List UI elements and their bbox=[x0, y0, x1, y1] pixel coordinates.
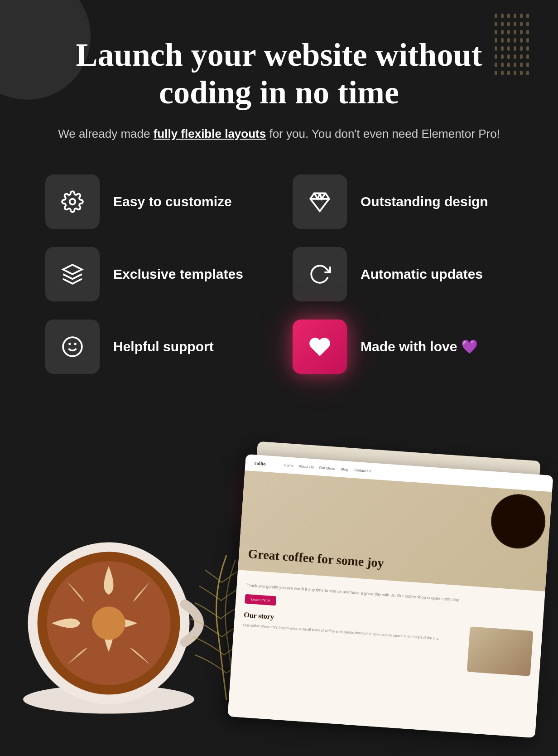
feature-exclusive-templates: Exclusive templates bbox=[45, 247, 265, 301]
mockup-cta-button: Learn more bbox=[245, 594, 276, 606]
coffee-cup-svg bbox=[14, 528, 204, 718]
feature-outstanding-design: Outstanding design bbox=[293, 174, 513, 229]
feature-helpful-support: Helpful support bbox=[45, 320, 265, 374]
svg-point-2 bbox=[63, 337, 82, 356]
mockup-secondary-section: Our story Our coffee shop story began wh… bbox=[241, 611, 533, 676]
feature-label-exclusive-templates: Exclusive templates bbox=[113, 265, 243, 283]
feature-easy-customize: Easy to customize bbox=[45, 174, 265, 229]
feature-icon-box-easy-customize bbox=[45, 174, 100, 229]
page-content: Launch your website without coding in no… bbox=[0, 0, 558, 718]
mockup-logo: collio bbox=[254, 460, 266, 466]
refresh-icon bbox=[308, 263, 331, 286]
mockup-coffee-circle bbox=[489, 492, 547, 550]
hero-subtitle-suffix: for you. You don't even need Elementor P… bbox=[266, 127, 500, 141]
features-grid: Easy to customize Outstanding design bbox=[27, 174, 531, 374]
hero-subtitle-bold: fully flexible layouts bbox=[154, 127, 266, 141]
hero-section: Launch your website without coding in no… bbox=[27, 36, 531, 143]
feature-label-made-with-love: Made with love 💜 bbox=[361, 338, 478, 355]
feature-label-automatic-updates: Automatic updates bbox=[361, 265, 483, 283]
mockup-story-image bbox=[467, 626, 534, 676]
smile-icon bbox=[61, 335, 84, 358]
feature-label-outstanding-design: Outstanding design bbox=[361, 193, 488, 210]
feature-made-with-love: Made with love 💜 bbox=[293, 320, 513, 374]
feature-label-helpful-support: Helpful support bbox=[113, 338, 214, 355]
svg-point-10 bbox=[490, 493, 546, 549]
svg-point-9 bbox=[92, 606, 125, 640]
hero-title: Launch your website without coding in no… bbox=[27, 36, 531, 111]
mockup-hero: Great coffee for some joy bbox=[238, 470, 552, 591]
mockup-story-section: Our story Our coffee shop story began wh… bbox=[241, 611, 461, 671]
feature-icon-box-helpful-support bbox=[45, 320, 100, 374]
mockup-hero-text: Great coffee for some joy bbox=[248, 546, 385, 571]
mockup-title: Great coffee for some joy bbox=[248, 546, 385, 571]
mockup-coffee-img bbox=[489, 492, 547, 550]
feature-automatic-updates: Automatic updates bbox=[293, 247, 513, 301]
feature-icon-box-automatic-updates bbox=[293, 247, 347, 301]
gear-icon bbox=[61, 190, 84, 213]
mockup-body: Thank you google you are worth it any ti… bbox=[228, 570, 545, 738]
feature-label-easy-customize: Easy to customize bbox=[113, 193, 232, 210]
diamond-icon bbox=[308, 190, 331, 213]
feature-icon-box-made-with-love bbox=[293, 320, 347, 374]
mockup-card: collio Home About Us Our Menu Blog Conta… bbox=[228, 454, 553, 738]
feature-icon-box-exclusive-templates bbox=[45, 247, 100, 301]
hero-subtitle: We already made fully flexible layouts f… bbox=[27, 125, 531, 143]
coffee-cup-area bbox=[14, 528, 204, 718]
svg-marker-1 bbox=[63, 265, 82, 274]
bottom-section: collio Home About Us Our Menu Blog Conta… bbox=[27, 401, 531, 718]
layers-icon bbox=[61, 263, 84, 286]
svg-point-0 bbox=[70, 199, 76, 204]
website-mockup-area: collio Home About Us Our Menu Blog Conta… bbox=[228, 454, 553, 738]
heart-icon bbox=[308, 335, 331, 358]
feature-icon-box-outstanding-design bbox=[293, 174, 347, 229]
mockup-nav-links: Home About Us Our Menu Blog Contact Us bbox=[284, 463, 371, 473]
hero-subtitle-prefix: We already made bbox=[58, 127, 154, 141]
